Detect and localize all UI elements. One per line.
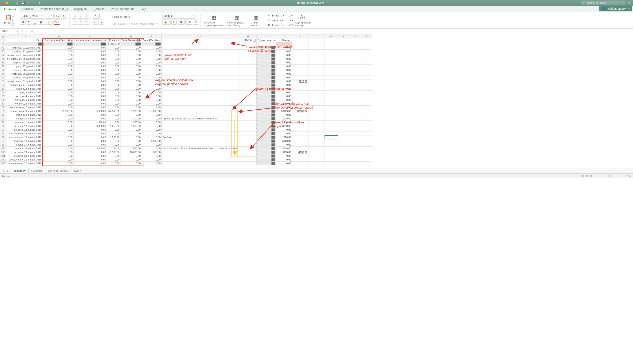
- row-header[interactable]: 93: [0, 124, 6, 128]
- cell[interactable]: 0,00: [107, 120, 120, 124]
- cell[interactable]: понедельник, 22 января 2018 г.: [6, 162, 44, 165]
- col-header[interactable]: P: [361, 34, 372, 38]
- cell[interactable]: 0,00: [120, 132, 142, 136]
- cell[interactable]: [162, 158, 240, 162]
- cell[interactable]: 0,00: [142, 83, 162, 87]
- cell[interactable]: 0,00: [73, 128, 107, 132]
- format-table-button[interactable]: ▦Форматировать как таблицу: [226, 14, 249, 27]
- cell[interactable]: ██: [257, 128, 276, 132]
- cell[interactable]: 0,00: [120, 50, 142, 53]
- row-header[interactable]: 88: [0, 106, 6, 109]
- cell[interactable]: 0,00: [120, 53, 142, 57]
- search-input[interactable]: 🔍 Поиск на листе: [581, 1, 625, 5]
- cell[interactable]: [240, 106, 257, 109]
- cell[interactable]: 600,00: [142, 150, 162, 154]
- cell[interactable]: 0,00: [142, 128, 162, 132]
- cell[interactable]: [240, 143, 257, 147]
- cell[interactable]: 0,00: [142, 50, 162, 53]
- cell[interactable]: [162, 83, 240, 87]
- cell[interactable]: 0,00: [120, 98, 142, 102]
- cell[interactable]: суббота, 13 января 2018 г.: [6, 128, 44, 132]
- cell[interactable]: [240, 162, 257, 165]
- col-header[interactable]: A: [6, 34, 44, 38]
- cell[interactable]: [292, 64, 308, 68]
- cell[interactable]: [240, 102, 257, 106]
- cell[interactable]: 0,00: [44, 102, 73, 106]
- align-left-button[interactable]: ≡: [72, 20, 77, 24]
- cell[interactable]: [162, 128, 240, 132]
- cell[interactable]: -1 000,00: [73, 120, 107, 124]
- row-header[interactable]: 98: [0, 143, 6, 147]
- row-header[interactable]: 94: [0, 128, 6, 132]
- cell[interactable]: 0,00: [142, 124, 162, 128]
- cell[interactable]: [240, 158, 257, 162]
- filter-icon[interactable]: ▾: [253, 39, 256, 42]
- cell[interactable]: [292, 132, 308, 136]
- tab-Данные[interactable]: Данные: [90, 6, 108, 12]
- cell[interactable]: [292, 154, 308, 158]
- cell[interactable]: 0,00: [120, 139, 142, 143]
- cell[interactable]: ██: [257, 136, 276, 139]
- cell[interactable]: 0,00: [276, 158, 292, 162]
- cell[interactable]: 0,00: [107, 158, 120, 162]
- cell[interactable]: Сальдо: [276, 38, 292, 42]
- cell[interactable]: 0,00: [44, 154, 73, 158]
- cell[interactable]: 0,00: [142, 46, 162, 50]
- row-header[interactable]: 77: [0, 64, 6, 68]
- cell[interactable]: -2270,00: [276, 117, 292, 120]
- cell[interactable]: 0,00: [107, 61, 120, 64]
- cell[interactable]: среда, 17 января 2018 г.: [6, 143, 44, 147]
- cell[interactable]: 0,00: [44, 83, 73, 87]
- cell[interactable]: 0,00: [73, 162, 107, 165]
- cell[interactable]: 0,00: [44, 132, 73, 136]
- cell[interactable]: [325, 72, 338, 76]
- cell[interactable]: [162, 120, 240, 124]
- cell[interactable]: [276, 42, 292, 46]
- cell[interactable]: [325, 102, 338, 106]
- cell[interactable]: -300,00: [120, 120, 142, 124]
- spreadsheet-grid[interactable]: ◢ABCDEFGHIJKLMNOP1ВсегоНакопления Бакн с…: [0, 34, 633, 168]
- cell[interactable]: [325, 143, 338, 147]
- cell[interactable]: 0,00: [107, 102, 120, 106]
- cell[interactable]: -4158,00: [292, 150, 308, 154]
- cell[interactable]: 0,00: [120, 57, 142, 61]
- cell[interactable]: 0,00: [73, 57, 107, 61]
- cell[interactable]: [240, 68, 257, 72]
- cell[interactable]: 0,00: [44, 76, 73, 80]
- cell[interactable]: [292, 158, 308, 162]
- cell[interactable]: 0,00: [276, 143, 292, 147]
- cell[interactable]: 1 500,00 ₽: [107, 42, 120, 46]
- row-header[interactable]: 81: [0, 80, 6, 83]
- col-header[interactable]: C: [73, 34, 107, 38]
- minimize-icon[interactable]: [6, 2, 8, 4]
- row-header[interactable]: 86: [0, 98, 6, 102]
- cell[interactable]: суббота, 6 января 2018 г.: [6, 102, 44, 106]
- cell[interactable]: 0,00: [44, 64, 73, 68]
- cell[interactable]: 0,00: [276, 64, 292, 68]
- cell[interactable]: 0,00: [44, 53, 73, 57]
- underline-button[interactable]: Ч: [32, 20, 37, 24]
- cell[interactable]: [240, 109, 257, 113]
- cell[interactable]: 0,00: [107, 128, 120, 132]
- cell[interactable]: ██: [257, 117, 276, 120]
- cell[interactable]: ██: [257, 61, 276, 64]
- cell[interactable]: 0,00: [142, 87, 162, 91]
- cell[interactable]: 0,00: [142, 136, 162, 139]
- cell[interactable]: 0,00: [44, 147, 73, 150]
- delete-cells-button[interactable]: Удалить: [272, 19, 281, 22]
- col-header[interactable]: H: [240, 34, 257, 38]
- cell[interactable]: 0,00: [120, 46, 142, 50]
- cell[interactable]: 0,00: [120, 83, 142, 87]
- cell[interactable]: 9730,00: [276, 150, 292, 154]
- number-format-select[interactable]: Общий: [162, 14, 195, 19]
- cell[interactable]: [240, 98, 257, 102]
- cell[interactable]: 0,00: [73, 154, 107, 158]
- cell[interactable]: [240, 124, 257, 128]
- increase-font-button[interactable]: A▴: [54, 14, 61, 19]
- row-header[interactable]: 92: [0, 120, 6, 124]
- cell[interactable]: 2223,00: [292, 80, 308, 83]
- cell[interactable]: [292, 57, 308, 61]
- cell[interactable]: [325, 158, 338, 162]
- cell[interactable]: 5 000,00: [142, 139, 162, 143]
- clear-icon[interactable]: ◇ ▾: [289, 24, 293, 26]
